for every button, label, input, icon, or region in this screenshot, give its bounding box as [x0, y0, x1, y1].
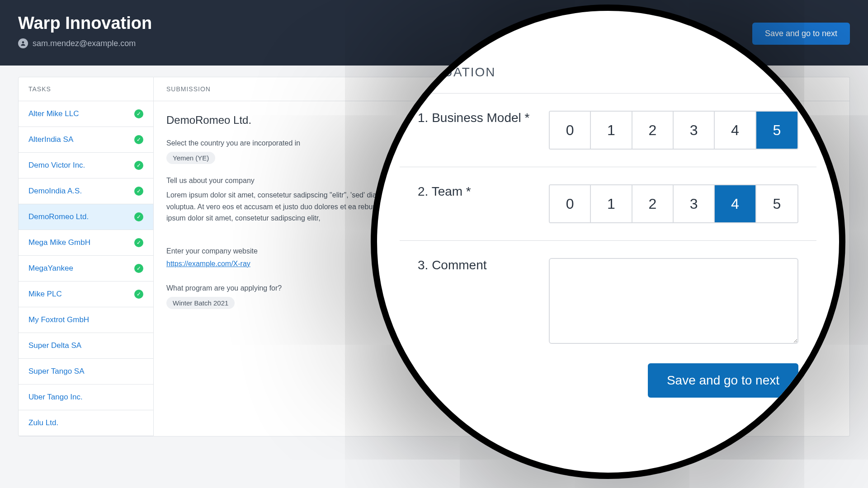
- user-row: sam.mendez@example.com: [18, 38, 152, 48]
- task-name: Super Delta SA: [28, 341, 81, 350]
- task-name: Uber Tango Inc.: [28, 393, 83, 402]
- user-email: sam.mendez@example.com: [33, 39, 136, 48]
- task-item[interactable]: Zulu Ltd.: [19, 410, 153, 436]
- score-cell-1[interactable]: 1: [591, 112, 632, 149]
- task-name: Demo Victor Inc.: [28, 161, 85, 170]
- country-value: Yemen (YE): [166, 152, 215, 164]
- task-item[interactable]: Super Delta SA: [19, 333, 153, 359]
- score-cell-1[interactable]: 1: [591, 185, 632, 222]
- check-icon: ✓: [134, 135, 143, 144]
- score-cell-4[interactable]: 4: [715, 112, 756, 149]
- score-cell-5[interactable]: 5: [756, 185, 797, 222]
- check-icon: ✓: [134, 264, 143, 273]
- score-cell-4[interactable]: 4: [715, 185, 756, 222]
- program-value: Winter Batch 2021: [166, 297, 235, 309]
- eval-q3-label: 3. Comment: [418, 258, 535, 272]
- comment-input[interactable]: [549, 258, 798, 344]
- task-item[interactable]: Super Tango SA: [19, 359, 153, 385]
- task-item[interactable]: DemoRomeo Ltd.✓: [19, 204, 153, 230]
- check-icon: ✓: [134, 109, 143, 118]
- eval-row-business-model: 1. Business Model * 012345: [400, 94, 816, 167]
- task-name: DemoRomeo Ltd.: [28, 212, 89, 221]
- score-cell-2[interactable]: 2: [632, 112, 674, 149]
- score-cell-3[interactable]: 3: [674, 112, 715, 149]
- check-icon: ✓: [134, 212, 143, 221]
- eval-q1-label: 1. Business Model *: [418, 111, 535, 125]
- score-group-q1: 012345: [549, 111, 798, 150]
- score-cell-2[interactable]: 2: [632, 185, 674, 222]
- app-title: Warp Innovation: [18, 14, 152, 33]
- task-name: AlterIndia SA: [28, 135, 73, 144]
- save-button[interactable]: Save and go to next: [752, 23, 850, 45]
- eval-row-comment: 3. Comment: [400, 241, 816, 361]
- svg-point-0: [22, 41, 24, 43]
- task-name: DemoIndia A.S.: [28, 187, 82, 196]
- eval-q2-label: 2. Team *: [418, 184, 535, 199]
- tasks-sidebar: TASKS Alter Mike LLC✓AlterIndia SA✓Demo …: [18, 77, 154, 436]
- task-item[interactable]: Uber Tango Inc.: [19, 385, 153, 410]
- score-cell-3[interactable]: 3: [674, 185, 715, 222]
- website-link[interactable]: https://example.com/X-ray: [166, 260, 250, 267]
- task-item[interactable]: Mega Mike GmbH✓: [19, 230, 153, 256]
- score-cell-5[interactable]: 5: [756, 112, 797, 149]
- task-list: Alter Mike LLC✓AlterIndia SA✓Demo Victor…: [19, 101, 153, 436]
- task-item[interactable]: MegaYankee✓: [19, 256, 153, 282]
- task-name: Alter Mike LLC: [28, 109, 79, 118]
- task-item[interactable]: My Foxtrot GmbH: [19, 307, 153, 333]
- check-icon: ✓: [134, 161, 143, 170]
- score-group-q2: 012345: [549, 184, 798, 223]
- score-cell-0[interactable]: 0: [550, 112, 591, 149]
- task-item[interactable]: Demo Victor Inc.✓: [19, 153, 153, 178]
- task-name: Zulu Ltd.: [28, 418, 58, 427]
- task-item[interactable]: DemoIndia A.S.✓: [19, 178, 153, 204]
- score-cell-0[interactable]: 0: [550, 185, 591, 222]
- task-name: Super Tango SA: [28, 367, 85, 376]
- evaluation-header: VALUATION: [400, 65, 816, 94]
- task-name: MegaYankee: [28, 264, 73, 273]
- task-name: My Foxtrot GmbH: [28, 315, 89, 324]
- eval-row-team: 2. Team * 012345: [400, 167, 816, 241]
- check-icon: ✓: [134, 187, 143, 196]
- magnified-evaluation-lens: VALUATION 1. Business Model * 012345 2. …: [371, 5, 845, 479]
- header-left: Warp Innovation sam.mendez@example.com: [18, 14, 152, 48]
- sidebar-header: TASKS: [19, 77, 153, 101]
- evaluation-save-button[interactable]: Save and go to next: [648, 363, 798, 398]
- task-name: Mega Mike GmbH: [28, 238, 90, 247]
- task-item[interactable]: Mike PLC✓: [19, 282, 153, 307]
- task-item[interactable]: AlterIndia SA✓: [19, 127, 153, 153]
- check-icon: ✓: [134, 290, 143, 299]
- task-name: Mike PLC: [28, 290, 62, 299]
- check-icon: ✓: [134, 238, 143, 247]
- task-item[interactable]: Alter Mike LLC✓: [19, 101, 153, 127]
- user-icon: [18, 38, 28, 48]
